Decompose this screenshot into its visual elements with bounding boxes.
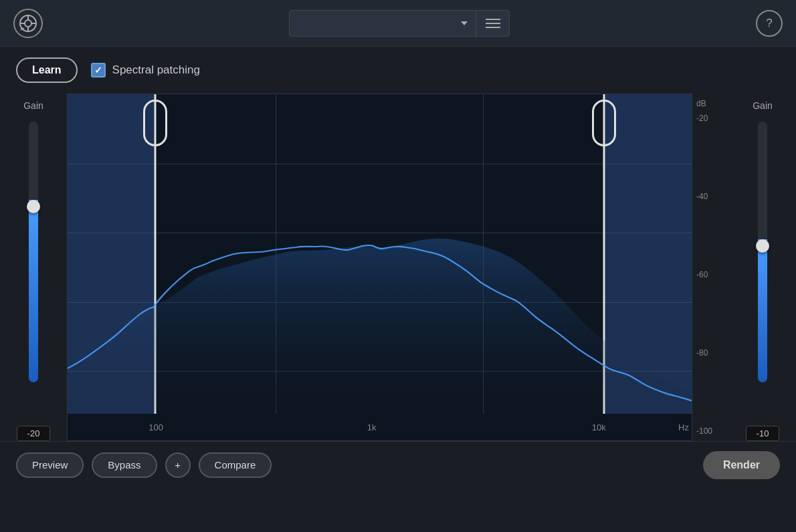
frequency-axis: 100 1k 10k Hz <box>68 414 692 440</box>
gain-right-slider-thumb[interactable] <box>756 239 769 253</box>
footer: Preview Bypass + Compare Render <box>0 441 796 488</box>
add-button[interactable]: + <box>165 452 191 478</box>
freq-1k: 1k <box>367 422 377 432</box>
gain-left-value: -20 <box>17 426 50 441</box>
spectral-patching-label: Spectral patching <box>112 63 200 77</box>
gain-left-slider-track[interactable] <box>29 122 38 382</box>
db-axis-inner: -20 -40 -60 -80 -100 <box>692 108 729 441</box>
gain-right-slider-track[interactable] <box>758 122 767 382</box>
db-minus20: -20 <box>696 114 725 123</box>
bypass-button[interactable]: Bypass <box>92 452 157 478</box>
db-minus80: -80 <box>696 348 725 358</box>
gain-left-panel: Gain -20 <box>0 94 67 441</box>
header: ? <box>0 0 796 47</box>
toolbar: Learn ✓ Spectral patching <box>0 47 796 94</box>
db-minus100: -100 <box>696 426 725 436</box>
footer-left: Preview Bypass + Compare <box>16 452 272 478</box>
gain-left-label: Gain <box>23 100 43 111</box>
freq-hz: Hz <box>678 422 689 432</box>
db-minus60: -60 <box>696 270 725 279</box>
compare-button[interactable]: Compare <box>199 452 272 478</box>
spectrum-svg <box>68 94 692 440</box>
checkbox-icon: ✓ <box>91 63 106 78</box>
menu-button[interactable] <box>476 10 510 37</box>
gain-right-label: Gain <box>753 100 773 111</box>
gain-right-value: -10 <box>746 426 779 441</box>
logo-icon <box>13 9 43 38</box>
gain-right-panel: Gain -10 <box>729 94 796 441</box>
gain-right-slider-fill <box>758 239 767 383</box>
svg-marker-2 <box>461 21 468 25</box>
gain-right-slider-container <box>758 116 767 420</box>
freq-10k: 10k <box>592 422 606 432</box>
spectral-patching-checkbox[interactable]: ✓ Spectral patching <box>91 63 200 78</box>
gain-left-slider-fill <box>29 200 38 382</box>
spectrum-display[interactable]: 100 1k 10k Hz <box>67 94 692 441</box>
db-axis: dB -20 -40 -60 -80 -100 <box>692 94 729 441</box>
help-icon: ? <box>766 17 772 30</box>
db-unit-label: dB <box>692 94 729 108</box>
gain-left-slider-container <box>29 116 38 420</box>
preset-dropdown[interactable] <box>289 10 476 37</box>
help-button[interactable]: ? <box>756 10 783 37</box>
learn-button[interactable]: Learn <box>16 57 78 83</box>
gain-left-slider-thumb[interactable] <box>27 200 40 213</box>
preview-button[interactable]: Preview <box>16 452 84 478</box>
main-area: Gain -20 <box>0 94 796 441</box>
svg-point-1 <box>25 20 31 27</box>
db-minus40: -40 <box>696 192 725 201</box>
freq-100: 100 <box>148 422 163 432</box>
render-button[interactable]: Render <box>703 451 780 479</box>
header-center <box>289 10 510 37</box>
